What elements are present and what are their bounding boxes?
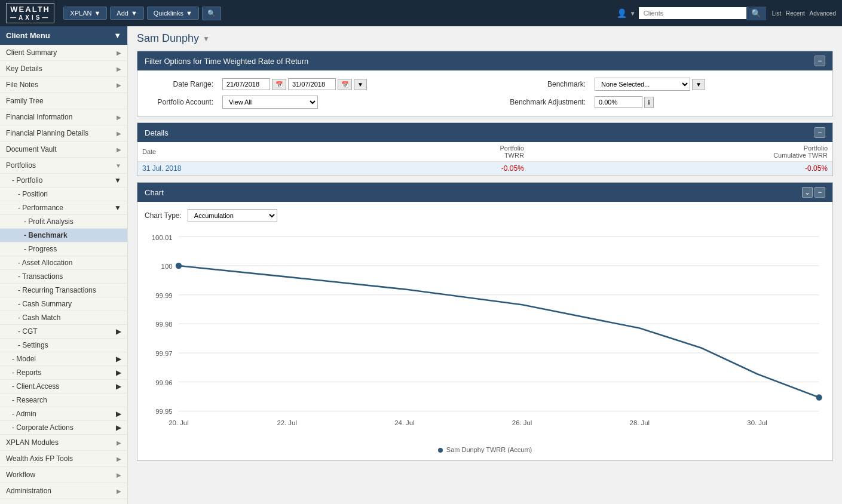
- list-link[interactable]: List: [772, 10, 782, 17]
- row-cum-twrr: -0.05%: [529, 162, 832, 176]
- row-twrr: -0.05%: [369, 162, 529, 176]
- bench-adj-inputs: ℹ: [595, 96, 825, 108]
- chart-end-dot: [816, 394, 822, 400]
- sidebar-item-cgt[interactable]: - CGT ▶: [0, 325, 127, 339]
- chart-section-header: Chart ⌄ −: [137, 183, 832, 202]
- benchmark-select[interactable]: None Selected...: [595, 78, 690, 91]
- date-from-picker-button[interactable]: 📅: [272, 79, 286, 90]
- sidebar-item-xplan-modules[interactable]: XPLAN Modules ▶: [0, 435, 127, 451]
- bench-adj-input[interactable]: [595, 96, 642, 108]
- sidebar-item-reports[interactable]: - Reports ▶: [0, 366, 127, 380]
- search-input[interactable]: [639, 7, 746, 19]
- search-links: List Recent Advanced: [769, 10, 836, 17]
- sidebar-item-family-tree[interactable]: Family Tree: [0, 93, 127, 109]
- chevron-down-icon: ▼: [94, 10, 100, 17]
- details-table: Date PortfolioTWRR PortfolioCumulative T…: [137, 142, 832, 176]
- arrow-icon: ▶: [116, 423, 121, 432]
- chart-start-dot: [176, 263, 182, 269]
- sidebar: Client Menu ▼ Client Summary ▶ Key Detai…: [0, 26, 128, 504]
- arrow-icon: ▶: [117, 130, 121, 137]
- sidebar-item-marketing[interactable]: Marketing ▶: [0, 499, 127, 504]
- chart-section: Chart ⌄ − Chart Type: Accumulation 100.0…: [137, 182, 833, 461]
- arrow-icon: ▶: [117, 66, 121, 72]
- sidebar-item-benchmark[interactable]: - Benchmark: [0, 229, 127, 242]
- sidebar-item-research[interactable]: - Research: [0, 394, 127, 407]
- date-col-header: Date: [137, 142, 369, 162]
- top-navigation: WEALTH —AXIS— XPLAN ▼ Add ▼ Quicklinks ▼…: [0, 0, 842, 26]
- sidebar-item-asset-allocation[interactable]: - Asset Allocation: [0, 256, 127, 270]
- collapse-chart-button[interactable]: −: [815, 187, 825, 198]
- sidebar-item-performance[interactable]: - Performance ▼: [0, 201, 127, 215]
- date-to-picker-button[interactable]: 📅: [338, 79, 352, 90]
- sidebar-item-administration[interactable]: Administration ▶: [0, 483, 127, 499]
- sidebar-item-recurring-transactions[interactable]: - Recurring Transactions: [0, 284, 127, 297]
- arrow-icon: ▶: [117, 114, 121, 121]
- arrow-icon: ▶: [116, 355, 121, 363]
- sidebar-item-financial-planning[interactable]: Financial Planning Details ▶: [0, 125, 127, 142]
- benchmark-dropdown-button[interactable]: ▼: [692, 79, 705, 90]
- sidebar-item-portfolios[interactable]: Portfolios ▼: [0, 158, 127, 174]
- sidebar-item-position[interactable]: - Position: [0, 188, 127, 201]
- arrow-icon: ▼: [114, 204, 121, 212]
- svg-text:28. Jul: 28. Jul: [630, 419, 650, 426]
- date-to-input[interactable]: [288, 78, 336, 90]
- benchmark-inputs: None Selected... ▼: [595, 78, 825, 91]
- sidebar-item-workflow[interactable]: Workflow ▶: [0, 467, 127, 483]
- benchmark-label: Benchmark:: [493, 80, 589, 88]
- collapse-filter-button[interactable]: −: [815, 56, 825, 66]
- chart-section-body: Chart Type: Accumulation 100.01 100 99.9…: [137, 202, 832, 460]
- bench-adj-label: Benchmark Adjustment:: [493, 98, 589, 106]
- portfolio-select[interactable]: View All: [222, 96, 318, 109]
- sidebar-item-transactions[interactable]: - Transactions: [0, 270, 127, 284]
- svg-text:24. Jul: 24. Jul: [394, 419, 415, 426]
- date-dropdown-button[interactable]: ▼: [354, 79, 367, 90]
- details-section: Details − Date PortfolioTWRR PortfolioCu…: [137, 122, 833, 176]
- date-from-input[interactable]: [222, 78, 270, 90]
- xplan-button[interactable]: XPLAN ▼: [63, 7, 107, 20]
- sidebar-item-progress[interactable]: - Progress: [0, 242, 127, 256]
- filter-section: Filter Options for Time Weighted Rate of…: [137, 51, 833, 116]
- chevron-down-icon: ▼: [630, 10, 636, 17]
- chevron-down-icon: ▼: [186, 10, 192, 17]
- chevron-down-icon: ▼: [114, 31, 121, 40]
- search-icon-button[interactable]: 🔍: [202, 7, 221, 20]
- sidebar-item-financial-info[interactable]: Financial Information ▶: [0, 109, 127, 125]
- sidebar-item-wealth-axis-fp[interactable]: Wealth Axis FP Tools ▶: [0, 451, 127, 467]
- svg-text:99.98: 99.98: [155, 321, 172, 328]
- sidebar-item-document-vault[interactable]: Document Vault ▶: [0, 142, 127, 158]
- chevron-down-icon: ▼: [131, 10, 137, 17]
- advanced-link[interactable]: Advanced: [810, 10, 836, 17]
- sidebar-item-client-summary[interactable]: Client Summary ▶: [0, 45, 127, 61]
- quicklinks-button[interactable]: Quicklinks ▼: [147, 7, 199, 20]
- arrow-icon: ▶: [117, 456, 121, 462]
- chart-type-select[interactable]: Accumulation: [188, 209, 277, 222]
- sidebar-item-portfolio[interactable]: - Portfolio ▼: [0, 174, 127, 188]
- twrr-col-header: PortfolioTWRR: [369, 142, 529, 162]
- sidebar-item-file-notes[interactable]: File Notes ▶: [0, 77, 127, 93]
- collapse-details-button[interactable]: −: [815, 127, 825, 138]
- sidebar-item-admin[interactable]: - Admin ▶: [0, 407, 127, 421]
- arrow-icon: ▶: [117, 82, 121, 88]
- recent-link[interactable]: Recent: [786, 10, 805, 17]
- chart-legend: Sam Dunphy TWRR (Accum): [145, 446, 825, 453]
- sidebar-item-key-details[interactable]: Key Details ▶: [0, 61, 127, 77]
- sidebar-item-cash-summary[interactable]: - Cash Summary: [0, 297, 127, 311]
- date-range-label: Date Range:: [145, 80, 216, 88]
- sidebar-item-cash-match[interactable]: - Cash Match: [0, 311, 127, 325]
- arrow-icon: ▶: [117, 472, 121, 478]
- search-area: 👤 ▼ 🔍 List Recent Advanced: [617, 7, 836, 20]
- row-date: 31 Jul. 2018: [137, 162, 369, 176]
- sidebar-item-profit-analysis[interactable]: - Profit Analysis: [0, 215, 127, 229]
- sidebar-item-settings[interactable]: - Settings: [0, 339, 127, 352]
- sidebar-item-corporate-actions[interactable]: - Corporate Actions ▶: [0, 421, 127, 435]
- chart-line: [179, 266, 819, 398]
- add-button[interactable]: Add ▼: [110, 7, 143, 20]
- sidebar-header[interactable]: Client Menu ▼: [0, 26, 127, 45]
- sidebar-item-client-access[interactable]: - Client Access ▶: [0, 380, 127, 394]
- page-title[interactable]: Sam Dunphy ▼: [137, 32, 833, 45]
- date-range-inputs: 📅 📅 ▼: [222, 78, 487, 90]
- expand-chart-button[interactable]: ⌄: [802, 187, 813, 198]
- chart-container: 100.01 100 99.99 99.98 99.97 99.96 99.95: [145, 228, 825, 443]
- search-submit-button[interactable]: 🔍: [746, 7, 766, 20]
- sidebar-item-model[interactable]: - Model ▶: [0, 352, 127, 366]
